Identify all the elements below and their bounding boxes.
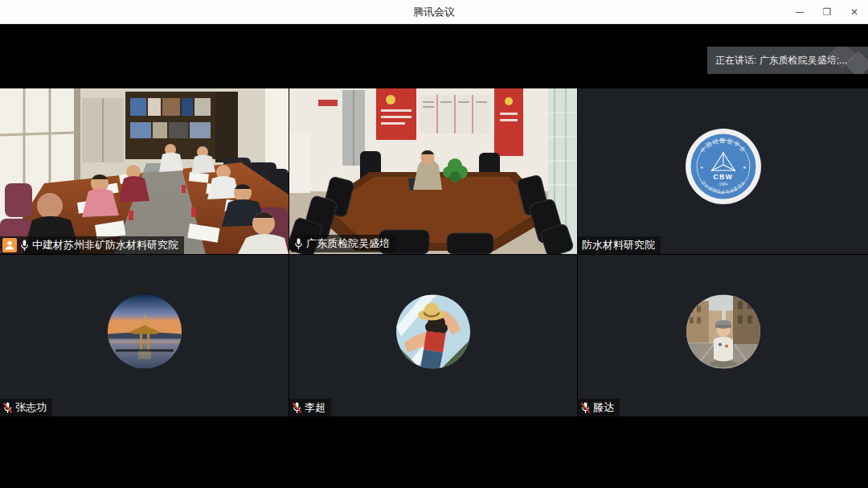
video-grid: 中建材苏州非矿防水材料研究院: [0, 88, 868, 416]
conference-room-video: [0, 88, 289, 254]
active-speaker-banner: 正在讲话: 广东质检院吴盛培;...: [707, 47, 868, 74]
participant-name: 中建材苏州非矿防水材料研究院: [32, 238, 178, 252]
participant-name-label: 防水材料研究院: [578, 236, 661, 254]
society-logo-avatar: 中国硅酸盐学会 防水材料技术专业委员会 CBW · 1984 · ★★: [683, 126, 764, 207]
mic-on-icon: [19, 239, 30, 252]
participant-name: 李超: [305, 400, 326, 415]
window-title: 腾讯会议: [0, 0, 868, 24]
straw-hat-anime-avatar: [396, 294, 470, 368]
video-tile-participant-2[interactable]: 广东质检院吴盛培: [289, 88, 577, 254]
office-room-video: [289, 88, 577, 254]
child-street-photo-avatar: [686, 294, 760, 368]
minimize-button[interactable]: ─: [786, 0, 813, 24]
participant-name-label: 滕达: [578, 399, 620, 416]
participant-name: 滕达: [593, 400, 614, 415]
restore-button[interactable]: ❐: [813, 0, 841, 24]
window-titlebar: 腾讯会议 ─ ❐ ✕: [0, 0, 868, 24]
svg-text:★: ★: [743, 165, 747, 170]
window-controls: ─ ❐ ✕: [786, 0, 868, 24]
host-person-badge-icon: [2, 238, 17, 252]
video-tile-participant-4[interactable]: 张志功: [0, 255, 289, 416]
participant-name-label: 广东质检院吴盛培: [291, 235, 395, 252]
video-tile-participant-6[interactable]: 滕达: [578, 255, 868, 416]
mic-muted-icon: [292, 401, 302, 414]
banner-diamond-decoration: [831, 48, 868, 72]
mic-muted-icon: [2, 401, 13, 414]
meeting-stage: 正在讲话: 广东质检院吴盛培;...: [0, 24, 868, 488]
video-tile-participant-3[interactable]: 中国硅酸盐学会 防水材料技术专业委员会 CBW · 1984 · ★★: [578, 88, 868, 254]
participant-name-label: 中建材苏州非矿防水材料研究院: [0, 236, 184, 254]
video-tile-participant-5[interactable]: 李超: [289, 255, 577, 416]
mic-on-icon: [293, 237, 304, 250]
logo-year-text: · 1984 ·: [716, 182, 731, 187]
active-speaker-text: 正在讲话: 广东质检院吴盛培;...: [715, 55, 847, 66]
participant-name: 张志功: [15, 400, 47, 415]
participant-name: 防水材料研究院: [582, 238, 655, 252]
video-tile-participant-1[interactable]: 中建材苏州非矿防水材料研究院: [0, 88, 289, 254]
mic-muted-icon: [580, 401, 591, 414]
svg-text:★: ★: [700, 165, 704, 170]
pavilion-sunset-avatar: [108, 294, 182, 368]
close-button[interactable]: ✕: [841, 0, 868, 24]
logo-center-text: CBW: [713, 173, 733, 181]
participant-name: 广东质检院吴盛培: [306, 236, 390, 251]
participant-name-label: 张志功: [0, 399, 52, 416]
participant-name-label: 李超: [289, 399, 331, 416]
